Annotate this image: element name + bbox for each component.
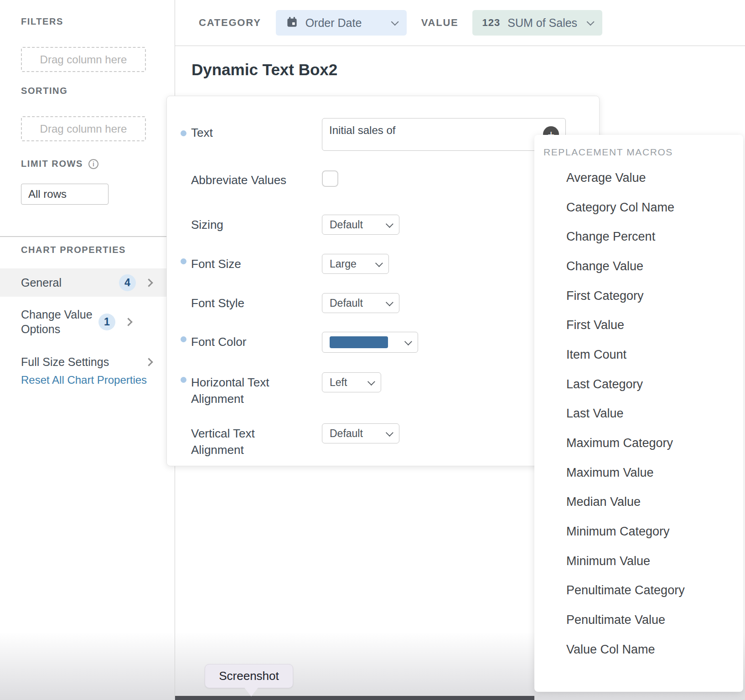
font-style-label: Font Style <box>191 295 244 311</box>
sorting-section-label: SORTING <box>21 86 67 96</box>
macro-item[interactable]: Penultimate Category <box>534 576 743 606</box>
modified-dot <box>181 377 186 383</box>
info-icon[interactable]: i <box>88 159 98 169</box>
sorting-dropzone-hint: Drag column here <box>40 123 127 135</box>
macro-item[interactable]: Minimum Value <box>534 546 743 576</box>
font-style-value: Default <box>330 297 363 309</box>
full-size-settings-label: Full Size Settings <box>21 355 146 370</box>
font-color-swatch <box>330 336 388 348</box>
filters-dropzone-hint: Drag column here <box>40 53 127 66</box>
sidebar-item-full-size-settings[interactable]: Full Size Settings <box>0 347 175 377</box>
macro-item[interactable]: Last Value <box>534 399 743 429</box>
tooltip-tail <box>244 688 258 696</box>
abbreviate-values-label: Abbreviate Values <box>191 172 286 188</box>
limit-rows-input[interactable]: All rows <box>21 184 109 205</box>
chevron-down-icon <box>386 220 393 228</box>
modified-dot <box>181 130 186 136</box>
chevron-down-icon <box>375 259 383 267</box>
macro-item[interactable]: Last Category <box>534 370 743 399</box>
horizontal-alignment-label: Horizontal Text Alignment <box>191 374 287 407</box>
macro-item[interactable]: First Value <box>534 310 743 340</box>
bottom-dark-bar <box>175 696 534 700</box>
category-label: CATEGORY <box>199 17 261 29</box>
screenshot-tooltip: Screenshot <box>205 664 293 688</box>
macro-item[interactable]: Category Col Name <box>534 193 743 222</box>
macro-item[interactable]: Change Percent <box>534 222 743 252</box>
chevron-right-icon <box>145 278 153 287</box>
horizontal-alignment-dropdown[interactable]: Left <box>322 372 381 392</box>
replacement-macros-list: Average ValueCategory Col NameChange Per… <box>534 163 743 664</box>
chart-properties-label: CHART PROPERTIES <box>21 245 126 255</box>
macro-item[interactable]: Average Value <box>534 163 743 193</box>
numeric-123-icon: 123 <box>482 17 501 29</box>
vertical-alignment-label: Vertical Text Alignment <box>191 425 287 458</box>
chevron-down-icon <box>586 18 594 26</box>
vertical-alignment-value: Default <box>330 427 363 440</box>
screenshot-tooltip-label: Screenshot <box>219 669 279 683</box>
font-color-label: Font Color <box>191 334 246 350</box>
category-selector[interactable]: Order Date <box>276 10 407 36</box>
sizing-label: Sizing <box>191 216 223 233</box>
change-value-options-count-badge: 1 <box>98 314 115 330</box>
macro-item[interactable]: Penultimate Value <box>534 605 743 635</box>
filters-section-label: FILTERS <box>21 16 63 27</box>
chevron-down-icon <box>391 18 398 26</box>
chevron-down-icon <box>367 378 375 386</box>
macro-item[interactable]: Minimum Category <box>534 517 743 546</box>
chevron-down-icon <box>386 429 393 437</box>
macro-item[interactable]: Maximum Value <box>534 458 743 488</box>
modified-dot <box>181 336 186 342</box>
chart-config-topbar: CATEGORY Order Date VALUE 123 SUM of Sal… <box>175 0 745 46</box>
value-selector[interactable]: 123 SUM of Sales <box>472 10 602 36</box>
replacement-macros-title: REPLACEMENT MACROS <box>543 147 743 158</box>
sidebar-divider <box>0 236 175 237</box>
chart-properties-list: General 4 Change Value Options 1 Full Si… <box>0 268 175 377</box>
sidebar-item-change-value-options[interactable]: Change Value Options 1 <box>0 297 175 347</box>
page-title: Dynamic Text Box2 <box>191 61 337 79</box>
font-size-value: Large <box>330 258 357 270</box>
sidebar-item-general[interactable]: General 4 <box>0 268 175 297</box>
modified-dot <box>181 258 186 264</box>
font-color-dropdown[interactable] <box>322 332 418 353</box>
macro-item[interactable]: Item Count <box>534 340 743 370</box>
general-count-badge: 4 <box>119 274 136 291</box>
chevron-down-icon <box>404 338 412 345</box>
vertical-alignment-dropdown[interactable]: Default <box>322 423 399 443</box>
left-sidebar: FILTERS Drag column here SORTING Drag co… <box>0 0 175 700</box>
font-size-dropdown[interactable]: Large <box>322 254 389 274</box>
macro-item[interactable]: Median Value <box>534 488 743 517</box>
limit-rows-label: LIMIT ROWS <box>21 159 83 169</box>
horizontal-alignment-value: Left <box>330 376 347 389</box>
macro-item[interactable]: Change Value <box>534 252 743 281</box>
value-label: VALUE <box>421 17 459 29</box>
value-value: SUM of Sales <box>507 16 586 30</box>
text-label: Text <box>191 124 213 141</box>
change-value-options-label: Change Value Options <box>21 307 98 337</box>
calendar-icon <box>286 16 298 30</box>
text-input[interactable]: Initial sales of <box>322 118 566 151</box>
abbreviate-values-checkbox[interactable] <box>322 170 338 187</box>
sizing-value: Default <box>330 219 363 231</box>
category-value: Order Date <box>305 16 391 30</box>
sizing-dropdown[interactable]: Default <box>322 215 399 235</box>
font-style-dropdown[interactable]: Default <box>322 293 399 313</box>
macro-item[interactable]: First Category <box>534 281 743 311</box>
chevron-right-icon <box>145 358 153 366</box>
sorting-dropzone[interactable]: Drag column here <box>21 116 146 141</box>
limit-rows-value: All rows <box>28 188 67 201</box>
general-label: General <box>21 275 119 290</box>
macro-item[interactable]: Value Col Name <box>534 635 743 664</box>
macro-item[interactable]: Maximum Category <box>534 428 743 458</box>
replacement-macros-panel: REPLACEMENT MACROS Average ValueCategory… <box>534 135 743 692</box>
filters-dropzone[interactable]: Drag column here <box>21 47 146 72</box>
font-size-label: Font Size <box>191 256 241 272</box>
chevron-right-icon <box>124 318 132 326</box>
reset-all-chart-properties-link[interactable]: Reset All Chart Properties <box>21 374 147 386</box>
chevron-down-icon <box>386 299 393 306</box>
